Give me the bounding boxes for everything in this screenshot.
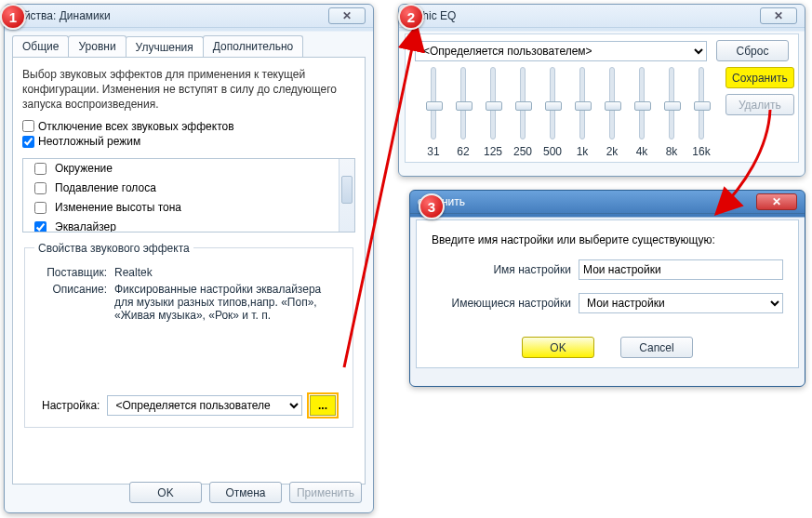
ok-button[interactable]: OK [522,337,594,358]
eq-band-label: 125 [484,145,502,158]
eq-band-8k: 8k [657,67,686,158]
effect-properties-group: Свойства звукового эффекта Поставщик: Re… [24,242,353,428]
eq-slider-thumb[interactable] [694,101,711,111]
eq-band-label: 31 [427,145,439,158]
list-item[interactable]: Окружение [23,159,354,179]
effect-checkbox[interactable] [34,163,47,175]
eq-band-label: 500 [543,145,562,158]
effect-label: Подавление голоса [55,181,156,194]
eq-slider-8k[interactable] [669,67,674,139]
eq-band-1k: 1k [567,67,597,158]
eq-band-4k: 4k [627,67,657,158]
save-button[interactable]: Сохранить [725,67,794,88]
immediate-mode-checkbox[interactable]: Неотложный режим [22,135,140,148]
preset-name-label: Имя настройки [432,263,571,276]
eq-slider-125[interactable] [490,67,496,139]
tab-улучшения[interactable]: Улучшения [126,36,204,58]
eq-slider-thumb[interactable] [426,101,443,111]
eq-slider-2k[interactable] [609,67,615,139]
provider-label: Поставщик: [34,266,107,279]
eq-slider-thumb[interactable] [664,101,681,111]
existing-presets-label: Имеющиеся настройки [432,297,571,310]
w3-titlebar[interactable]: охранить ✕ [410,191,805,214]
tab-дополнительно[interactable]: Дополнительно [203,35,303,57]
effect-checkbox[interactable] [34,221,47,232]
immediate-mode-input[interactable] [22,136,34,148]
apply-button[interactable]: Применить [289,482,362,503]
preset-name-input[interactable] [579,259,783,280]
delete-button[interactable]: Удалить [725,94,794,115]
eq-slider-thumb[interactable] [545,101,562,111]
w1-dialog-buttons: OK Отмена Применить [129,482,362,503]
tab-уровни[interactable]: Уровни [68,35,126,57]
eq-slider-4k[interactable] [639,67,645,139]
effect-label: Окружение [55,162,113,175]
description-label: Описание: [34,283,107,322]
eq-slider-1k[interactable] [579,67,585,139]
enhancements-tabpanel: Выбор звуковых эффектов для применения к… [12,57,366,485]
w1-title: войства: Динамики [12,6,111,27]
scrollbar-thumb[interactable] [341,176,353,204]
eq-slider-thumb[interactable] [575,101,592,111]
eq-slider-62[interactable] [460,67,466,139]
effects-listbox[interactable]: ОкружениеПодавление голосаИзменение высо… [22,158,355,232]
close-icon[interactable]: ✕ [328,7,366,24]
eq-band-label: 4k [636,145,648,158]
disable-all-label: Отключение всех звуковых эффектов [38,120,234,133]
eq-band-125: 125 [478,67,508,158]
list-item[interactable]: Эквалайзер [23,218,354,232]
eq-band-label: 1k [577,145,589,158]
eq-band-16k: 16k [686,67,716,158]
eq-band-500: 500 [538,67,567,158]
eq-band-2k: 2k [597,67,627,158]
cancel-button[interactable]: Cancel [620,337,693,358]
eq-slider-16k[interactable] [699,67,704,139]
eq-band-label: 2k [606,145,619,158]
eq-slider-500[interactable] [550,67,555,139]
tab-общие[interactable]: Общие [12,35,69,57]
close-icon[interactable]: ✕ [756,193,797,210]
eq-band-label: 62 [457,145,469,158]
list-item[interactable]: Изменение высоты тона [23,198,354,218]
effect-checkbox[interactable] [34,202,47,214]
ok-button[interactable]: OK [129,482,202,503]
eq-slider-31[interactable] [431,67,436,139]
setting-ellipsis-button[interactable]: ... [310,395,336,416]
reset-button[interactable]: Сброс [716,40,789,61]
existing-presets-dropdown[interactable]: Мои настройки [579,293,783,313]
disable-all-effects-checkbox[interactable]: Отключение всех звуковых эффектов [22,120,234,133]
w1-titlebar[interactable]: войства: Динамики ✕ [5,5,373,28]
setting-dropdown[interactable]: <Определяется пользователе [107,395,302,416]
graphic-eq-window: raphic EQ ✕ <Определяется пользователем>… [398,4,805,177]
eq-band-label: 250 [513,145,532,158]
effect-label: Эквалайзер [55,220,116,232]
description-value: Фиксированные настройки эквалайзера для … [114,283,343,322]
eq-band-31: 31 [419,67,448,158]
eq-band-label: 16k [692,145,710,158]
list-item[interactable]: Подавление голоса [23,179,354,198]
eq-slider-thumb[interactable] [605,101,621,111]
eq-slider-thumb[interactable] [634,101,651,111]
eq-slider-thumb[interactable] [486,101,502,111]
eq-slider-thumb[interactable] [456,101,473,111]
eq-slider-250[interactable] [520,67,526,139]
step-badge-3: 3 [419,193,445,219]
eq-band-label: 8k [666,145,678,158]
effect-checkbox[interactable] [34,182,47,194]
w2-titlebar[interactable]: raphic EQ ✕ [399,5,805,28]
close-icon[interactable]: ✕ [760,7,797,24]
immediate-mode-label: Неотложный режим [38,135,140,148]
eq-band-250: 250 [508,67,538,158]
provider-value: Realtek [114,266,343,279]
eq-band-62: 62 [448,67,478,158]
scrollbar[interactable] [339,159,354,232]
intro-text: Выбор звуковых эффектов для применения к… [22,67,355,113]
save-dialog-prompt: Введите имя настройки или выберите сущес… [432,233,783,246]
save-preset-dialog: охранить ✕ Введите имя настройки или выб… [409,190,805,387]
eq-slider-thumb[interactable] [515,101,532,111]
setting-label: Настройка: [42,399,100,412]
eq-preset-dropdown[interactable]: <Определяется пользователем> [415,41,707,61]
cancel-button[interactable]: Отмена [209,482,282,503]
step-badge-2: 2 [398,4,424,30]
disable-all-effects-input[interactable] [22,120,34,132]
